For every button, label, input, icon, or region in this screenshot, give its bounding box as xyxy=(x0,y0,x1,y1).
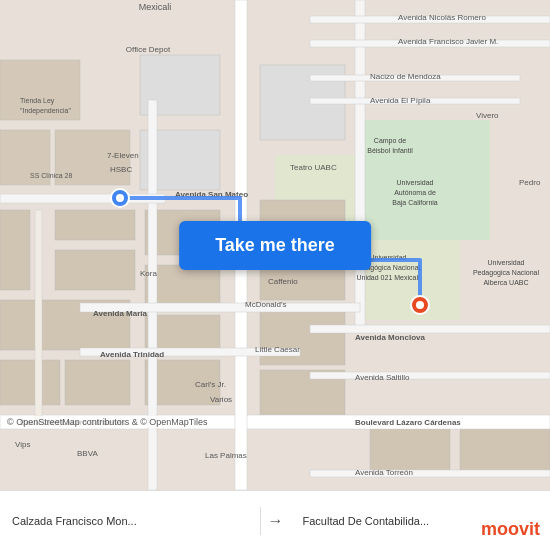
svg-rect-11 xyxy=(0,360,60,405)
svg-text:Universidad: Universidad xyxy=(397,179,434,186)
svg-text:Teatro UABC: Teatro UABC xyxy=(290,163,337,172)
moovit-brand-text: moovit xyxy=(481,519,540,540)
direction-arrow-icon: → xyxy=(268,512,284,530)
svg-rect-34 xyxy=(310,372,550,379)
svg-text:McDonald's: McDonald's xyxy=(245,300,287,309)
svg-text:7-Eleven: 7-Eleven xyxy=(107,151,139,160)
svg-rect-12 xyxy=(65,360,130,405)
svg-rect-40 xyxy=(35,210,42,420)
svg-text:Mexicali: Mexicali xyxy=(139,2,172,12)
svg-text:Avenida Francisco Javier M.: Avenida Francisco Javier M. xyxy=(398,37,498,46)
svg-text:Universidad: Universidad xyxy=(488,259,525,266)
svg-text:Avenida María: Avenida María xyxy=(93,309,147,318)
svg-rect-29 xyxy=(148,100,157,490)
svg-rect-33 xyxy=(310,325,550,333)
svg-rect-9 xyxy=(55,250,135,290)
svg-text:Boulevard Lázaro Cárdenas: Boulevard Lázaro Cárdenas xyxy=(355,418,461,427)
svg-rect-39 xyxy=(310,470,550,477)
svg-text:HSBC: HSBC xyxy=(110,165,132,174)
svg-text:Avenida Torreón: Avenida Torreón xyxy=(355,468,413,477)
svg-point-86 xyxy=(416,301,424,309)
svg-text:Avenida Trinidad: Avenida Trinidad xyxy=(100,350,164,359)
svg-text:Avenida Saltillo: Avenida Saltillo xyxy=(355,373,410,382)
svg-rect-8 xyxy=(55,210,135,240)
map-container: Mexicali Office Depot Tienda Ley "Indepe… xyxy=(0,0,550,490)
bottom-bar: Calzada Francisco Mon... → Facultad De C… xyxy=(0,490,550,550)
svg-text:Campo de: Campo de xyxy=(374,137,406,145)
origin-label: Calzada Francisco Mon... xyxy=(12,515,248,527)
svg-text:Tienda Ley: Tienda Ley xyxy=(20,97,55,105)
svg-text:Béisbol Infantil: Béisbol Infantil xyxy=(367,147,413,154)
svg-rect-22 xyxy=(260,310,345,365)
take-me-there-button[interactable]: Take me there xyxy=(179,221,371,270)
svg-text:Avenida Nicolás Romero: Avenida Nicolás Romero xyxy=(398,13,486,22)
moovit-logo: moovit xyxy=(481,519,540,540)
svg-text:Carl's Jr.: Carl's Jr. xyxy=(195,380,226,389)
origin-section[interactable]: Calzada Francisco Mon... xyxy=(0,507,261,535)
svg-text:SS Clínica 28: SS Clínica 28 xyxy=(30,172,73,179)
svg-text:"Independencia": "Independencia" xyxy=(20,107,71,115)
svg-rect-7 xyxy=(0,210,30,290)
svg-text:Pedro: Pedro xyxy=(519,178,541,187)
svg-text:Autónoma de: Autónoma de xyxy=(394,189,436,196)
svg-text:Office Depot: Office Depot xyxy=(126,45,171,54)
svg-text:Las Palmas: Las Palmas xyxy=(205,451,247,460)
svg-text:Vips: Vips xyxy=(15,440,30,449)
svg-text:Avenida El Pípila: Avenida El Pípila xyxy=(370,96,431,105)
svg-text:Kora: Kora xyxy=(140,269,157,278)
svg-text:Pedagogica Nacional: Pedagogica Nacional xyxy=(473,269,540,277)
svg-text:BBVA: BBVA xyxy=(77,449,98,458)
svg-text:Avenida Monclova: Avenida Monclova xyxy=(355,333,425,342)
svg-text:Varios: Varios xyxy=(210,395,232,404)
svg-text:Baja California: Baja California xyxy=(392,199,438,207)
svg-text:Little Caesar: Little Caesar xyxy=(255,345,300,354)
svg-text:Unidad 021 Mexicali: Unidad 021 Mexicali xyxy=(356,274,419,281)
svg-text:Alberca UABC: Alberca UABC xyxy=(483,279,528,286)
svg-text:Vivero: Vivero xyxy=(476,111,499,120)
svg-text:Nacizo de Mendoza: Nacizo de Mendoza xyxy=(370,72,441,81)
map-attribution: © OpenStreetMap contributors & © OpenMap… xyxy=(4,416,211,428)
svg-point-84 xyxy=(116,194,124,202)
svg-text:Caffenio: Caffenio xyxy=(268,277,298,286)
